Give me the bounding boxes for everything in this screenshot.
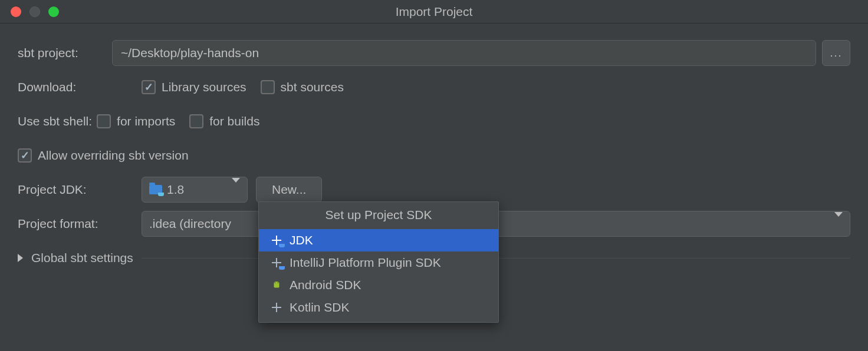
allow-override-label: Allow overriding sbt version <box>38 148 189 163</box>
menu-item-label: Android SDK <box>290 278 361 292</box>
sbt-sources-group[interactable]: sbt sources <box>261 80 344 94</box>
chevron-down-icon <box>220 183 240 197</box>
use-sbt-shell-row: Use sbt shell: for imports for builds <box>18 108 850 134</box>
ellipsis-icon: ... <box>830 47 842 59</box>
titlebar: Import Project <box>0 0 868 24</box>
sbt-project-row: sbt project: ~/Desktop/play-hands-on ... <box>18 40 850 66</box>
browse-button[interactable]: ... <box>822 40 850 66</box>
zoom-window-button[interactable] <box>48 6 59 17</box>
minimize-window-button[interactable] <box>29 6 40 17</box>
sbt-sources-checkbox[interactable] <box>261 80 275 94</box>
menu-item-label: Kotlin SDK <box>290 300 350 314</box>
chevron-down-icon <box>823 217 843 231</box>
popup-title: Set up Project SDK <box>259 202 498 229</box>
project-format-label: Project format: <box>18 217 142 231</box>
for-imports-checkbox[interactable] <box>97 114 111 128</box>
for-imports-group[interactable]: for imports <box>97 114 175 128</box>
project-format-value: .idea (directory <box>149 217 231 231</box>
jdk-folder-icon <box>149 185 162 194</box>
project-jdk-row: Project JDK: 1.8 New... <box>18 177 850 203</box>
close-window-button[interactable] <box>11 6 21 17</box>
for-builds-label: for builds <box>209 114 259 128</box>
menu-item-jdk[interactable]: JDK <box>259 229 498 251</box>
download-row: Download: Library sources sbt sources <box>18 74 850 100</box>
sbt-project-path-input[interactable]: ~/Desktop/play-hands-on <box>112 40 816 66</box>
for-builds-group[interactable]: for builds <box>189 114 259 128</box>
menu-item-kotlin-sdk[interactable]: Kotlin SDK <box>259 296 498 319</box>
allow-override-checkbox[interactable] <box>18 148 32 163</box>
new-jdk-button[interactable]: New... <box>256 177 322 203</box>
sbt-project-path-value: ~/Desktop/play-hands-on <box>121 46 259 60</box>
menu-item-label: JDK <box>290 233 313 247</box>
triangle-right-icon <box>18 254 23 262</box>
allow-override-group[interactable]: Allow overriding sbt version <box>18 148 189 163</box>
for-imports-label: for imports <box>117 114 175 128</box>
global-sbt-settings-label: Global sbt settings <box>31 251 133 265</box>
menu-item-intellij-plugin-sdk[interactable]: IntelliJ Platform Plugin SDK <box>259 251 498 274</box>
menu-item-android-sdk[interactable]: Android SDK <box>259 274 498 296</box>
plus-icon <box>268 303 285 312</box>
window-controls <box>11 6 59 17</box>
use-sbt-shell-label: Use sbt shell: <box>18 114 92 128</box>
plus-java-icon <box>268 258 285 267</box>
svg-point-0 <box>275 283 276 284</box>
project-jdk-label: Project JDK: <box>18 183 142 197</box>
sdk-popup-menu: Set up Project SDK JDK IntelliJ Platform… <box>258 201 499 323</box>
library-sources-group[interactable]: Library sources <box>142 80 246 94</box>
window-title: Import Project <box>0 5 868 19</box>
svg-point-1 <box>278 283 279 284</box>
library-sources-label: Library sources <box>162 80 246 94</box>
project-jdk-value: 1.8 <box>167 183 184 197</box>
for-builds-checkbox[interactable] <box>189 114 203 128</box>
download-label: Download: <box>18 80 142 94</box>
plus-java-icon <box>268 236 285 245</box>
project-jdk-select[interactable]: 1.8 <box>142 177 248 203</box>
library-sources-checkbox[interactable] <box>142 80 156 94</box>
menu-item-label: IntelliJ Platform Plugin SDK <box>290 256 441 270</box>
allow-override-row: Allow overriding sbt version <box>18 143 850 168</box>
sbt-sources-label: sbt sources <box>281 80 344 94</box>
android-icon <box>268 280 285 290</box>
sbt-project-label: sbt project: <box>18 46 112 60</box>
new-button-label: New... <box>272 183 306 197</box>
